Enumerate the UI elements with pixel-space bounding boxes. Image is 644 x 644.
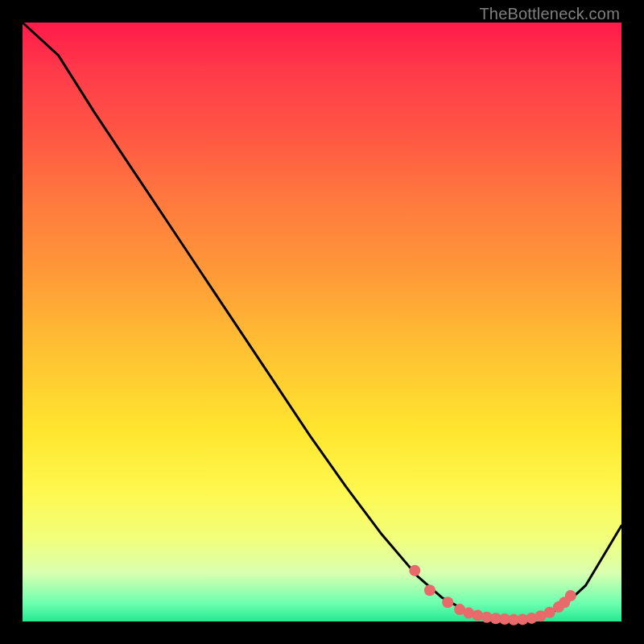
chart-svg bbox=[23, 23, 621, 621]
marker-dot bbox=[409, 565, 420, 576]
highlight-markers bbox=[409, 565, 576, 625]
attribution-text: TheBottleneck.com bbox=[479, 5, 620, 23]
marker-dot bbox=[424, 584, 436, 596]
marker-dot bbox=[442, 597, 453, 608]
bottleneck-curve bbox=[23, 23, 621, 621]
chart-canvas bbox=[23, 23, 621, 621]
marker-dot bbox=[565, 590, 576, 601]
